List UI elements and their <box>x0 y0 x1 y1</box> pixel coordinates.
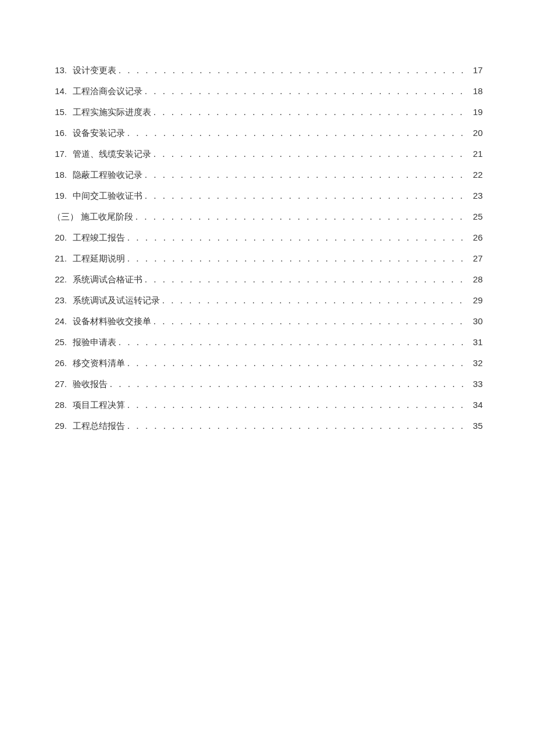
toc-page-number: 34 <box>471 399 483 411</box>
toc-dots: . . . . . . . . . . . . . . . . . . . . … <box>145 169 469 181</box>
toc-title: 隐蔽工程验收记录 <box>73 169 142 181</box>
toc-title: 设备安装记录 <box>73 127 125 139</box>
toc-page-number: 35 <box>471 420 483 432</box>
toc-title: 系统调试及试运转记录 <box>73 295 160 307</box>
toc-dots: . . . . . . . . . . . . . . . . . . . . … <box>127 420 469 432</box>
toc-page-number: 29 <box>471 294 483 306</box>
toc-title: 工程洽商会议记录 <box>73 85 142 98</box>
toc-dots: . . . . . . . . . . . . . . . . . . . . … <box>127 357 469 370</box>
toc-page-number: 17 <box>471 64 483 76</box>
toc-page-number: 26 <box>471 231 483 243</box>
toc-dots: . . . . . . . . . . . . . . . . . . . . … <box>127 399 469 411</box>
toc-entry: 17.管道、线缆安装记录. . . . . . . . . . . . . . … <box>52 148 483 160</box>
toc-title: 设计变更表 <box>73 65 116 77</box>
toc-number: 17. <box>52 148 73 160</box>
toc-dots: . . . . . . . . . . . . . . . . . . . . … <box>135 211 469 223</box>
toc-page-number: 23 <box>471 189 483 202</box>
toc-dots: . . . . . . . . . . . . . . . . . . . . … <box>162 295 469 307</box>
toc-dots: . . . . . . . . . . . . . . . . . . . . … <box>154 316 469 328</box>
toc-number: 28. <box>52 399 73 411</box>
toc-number: 18. <box>52 169 73 181</box>
toc-entry: 15.工程实施实际进度表. . . . . . . . . . . . . . … <box>52 106 483 119</box>
toc-entry: 13.设计变更表. . . . . . . . . . . . . . . . … <box>52 64 483 77</box>
toc-page-number: 30 <box>471 315 483 327</box>
toc-number: 15. <box>52 106 73 118</box>
toc-page-number: 25 <box>471 210 483 223</box>
toc-title: 项目工程决算 <box>73 399 125 411</box>
toc-entry: 14.工程洽商会议记录. . . . . . . . . . . . . . .… <box>52 85 483 98</box>
toc-title: 施工收尾阶段 <box>81 211 133 223</box>
toc-title: 移交资料清单 <box>73 357 125 370</box>
toc-page-number: 32 <box>471 357 483 369</box>
toc-number: 13. <box>52 64 73 76</box>
toc-page-number: 20 <box>471 127 483 139</box>
toc-entry: 24.设备材料验收交接单. . . . . . . . . . . . . . … <box>52 315 483 328</box>
toc-number: （三） <box>52 211 81 223</box>
toc-dots: . . . . . . . . . . . . . . . . . . . . … <box>127 232 469 244</box>
toc-dots: . . . . . . . . . . . . . . . . . . . . … <box>145 190 469 202</box>
toc-entry: 21.工程延期说明. . . . . . . . . . . . . . . .… <box>52 252 483 265</box>
toc-number: 21. <box>52 252 73 264</box>
toc-entry: 18.隐蔽工程验收记录. . . . . . . . . . . . . . .… <box>52 169 483 181</box>
toc-page-number: 31 <box>471 336 483 348</box>
toc-number: 14. <box>52 85 73 97</box>
toc-number: 26. <box>52 357 73 369</box>
toc-number: 29. <box>52 420 73 432</box>
toc-entry: （三）施工收尾阶段. . . . . . . . . . . . . . . .… <box>52 210 483 223</box>
toc-number: 16. <box>52 127 73 139</box>
toc-page-number: 28 <box>471 273 483 285</box>
toc-entry: 27.验收报告. . . . . . . . . . . . . . . . .… <box>52 378 483 390</box>
toc-number: 23. <box>52 294 73 306</box>
toc-page-number: 27 <box>471 252 483 264</box>
toc-page-number: 19 <box>471 106 483 118</box>
toc-number: 19. <box>52 189 73 202</box>
toc-entry: 26.移交资料清单. . . . . . . . . . . . . . . .… <box>52 357 483 370</box>
toc-entry: 19.中间交工验收证书. . . . . . . . . . . . . . .… <box>52 189 483 202</box>
toc-title: 中间交工验收证书 <box>73 190 142 202</box>
toc-title: 系统调试合格证书 <box>73 274 142 286</box>
toc-page-number: 21 <box>471 148 483 160</box>
toc-dots: . . . . . . . . . . . . . . . . . . . . … <box>127 127 469 139</box>
toc-number: 24. <box>52 315 73 327</box>
toc-entry: 16.设备安装记录. . . . . . . . . . . . . . . .… <box>52 127 483 139</box>
toc-title: 验收报告 <box>73 378 108 390</box>
toc-dots: . . . . . . . . . . . . . . . . . . . . … <box>154 148 469 160</box>
toc-number: 22. <box>52 273 73 285</box>
toc-number: 27. <box>52 378 73 390</box>
toc-page-number: 22 <box>471 169 483 181</box>
toc-dots: . . . . . . . . . . . . . . . . . . . . … <box>110 378 469 390</box>
toc-dots: . . . . . . . . . . . . . . . . . . . . … <box>127 253 469 265</box>
toc-entry: 29.工程总结报告. . . . . . . . . . . . . . . .… <box>52 420 483 432</box>
toc-dots: . . . . . . . . . . . . . . . . . . . . … <box>154 106 469 119</box>
toc-page-number: 18 <box>471 85 483 97</box>
toc-title: 报验申请表 <box>73 336 116 349</box>
toc-entry: 28.项目工程决算. . . . . . . . . . . . . . . .… <box>52 399 483 411</box>
toc-entry: 20.工程竣工报告. . . . . . . . . . . . . . . .… <box>52 231 483 244</box>
toc-title: 工程总结报告 <box>73 420 125 432</box>
toc-title: 工程实施实际进度表 <box>73 106 151 119</box>
toc-title: 管道、线缆安装记录 <box>73 148 151 160</box>
toc-title: 设备材料验收交接单 <box>73 316 151 328</box>
toc-title: 工程竣工报告 <box>73 232 125 244</box>
toc-dots: . . . . . . . . . . . . . . . . . . . . … <box>145 274 469 286</box>
toc-number: 25. <box>52 336 73 348</box>
toc-entry: 22.系统调试合格证书. . . . . . . . . . . . . . .… <box>52 273 483 286</box>
toc-dots: . . . . . . . . . . . . . . . . . . . . … <box>145 85 469 98</box>
toc-number: 20. <box>52 231 73 243</box>
toc-entry: 23.系统调试及试运转记录. . . . . . . . . . . . . .… <box>52 294 483 307</box>
toc-dots: . . . . . . . . . . . . . . . . . . . . … <box>119 65 469 77</box>
toc-dots: . . . . . . . . . . . . . . . . . . . . … <box>119 336 469 349</box>
toc-page-number: 33 <box>471 378 483 390</box>
table-of-contents: 13.设计变更表. . . . . . . . . . . . . . . . … <box>52 64 483 432</box>
toc-title: 工程延期说明 <box>73 253 125 265</box>
toc-entry: 25.报验申请表. . . . . . . . . . . . . . . . … <box>52 336 483 349</box>
